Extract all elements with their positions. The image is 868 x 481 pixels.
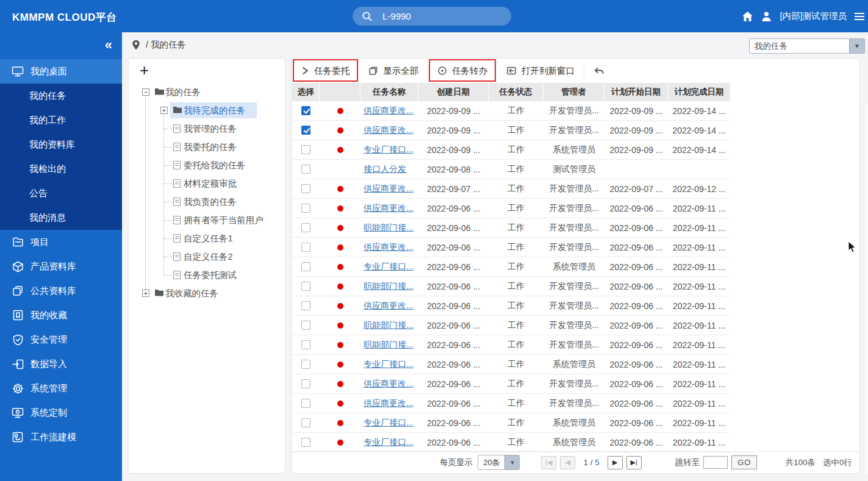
row-checkbox[interactable] [301,438,310,447]
jump-to-input[interactable] [703,456,728,469]
sidebar-item[interactable]: 数据导入 [0,352,122,376]
chevron-down-icon[interactable]: ▼ [849,39,864,53]
sidebar-item[interactable]: 安全管理 [0,327,122,352]
tree-node-label[interactable]: 我管理的任务 [184,119,237,138]
task-name-link[interactable]: 职能部门接... [364,320,414,331]
task-name-link[interactable]: 职能部门接... [364,281,414,292]
tree-node-label[interactable]: 我的任务 [165,83,201,101]
tree-node-label[interactable]: 我负责的任务 [184,193,237,211]
task-name-link[interactable]: 专业厂接口... [364,144,414,155]
open-new-window-button[interactable]: 打开到新窗口 [497,59,584,83]
go-button[interactable]: GO [731,455,757,469]
tree-node-label[interactable]: 材料定额审批 [184,174,237,193]
tree-node[interactable]: +我待完成的任务 [129,101,285,119]
column-header[interactable]: 选择 [292,83,320,101]
row-checkbox[interactable] [301,340,310,349]
column-header[interactable]: 计划完成日期 [668,83,730,101]
task-delegate-button[interactable]: 任务委托 [292,59,359,83]
sidebar-item[interactable]: 我的任务 [0,84,122,108]
user-icon[interactable] [761,11,772,22]
task-name-link[interactable]: 专业厂接口... [364,359,414,370]
task-transfer-button[interactable]: 任务转办 [428,59,497,83]
menu-icon[interactable] [855,13,864,20]
prev-page-button[interactable]: ◀ [560,456,575,469]
tree-node[interactable]: 自定义任务1 [129,229,285,248]
tree-node-label[interactable]: 委托给我的任务 [184,156,246,174]
row-checkbox[interactable] [301,165,310,174]
view-select[interactable]: 我的任务 ▼ [749,38,865,54]
first-page-button[interactable]: |◀ [541,456,556,469]
task-name-link[interactable]: 供应商更改... [364,301,414,312]
last-page-button[interactable]: ▶| [626,456,642,469]
tree-node-label[interactable]: 我委托的任务 [184,138,237,156]
tree-node[interactable]: 委托给我的任务 [129,156,285,174]
tree-node[interactable]: 拥有者等于当前用户 [129,211,285,229]
tree-node[interactable]: 任务委托测试 [129,266,285,284]
collapse-node-icon[interactable]: − [142,88,149,96]
task-name-link[interactable]: 职能部门接... [364,340,414,351]
sidebar-item[interactable]: 公共资料库 [0,279,122,303]
scrollbar-track[interactable] [864,104,868,474]
sidebar-item[interactable]: 我的消息 [0,205,122,230]
row-checkbox[interactable] [301,243,310,252]
current-user-label[interactable]: [内部]测试管理员 [780,10,847,22]
sidebar-item[interactable]: 我的资料库 [0,132,122,157]
tree-node[interactable]: 我管理的任务 [129,119,285,138]
task-name-link[interactable]: 接口人分发 [364,164,406,175]
row-checkbox[interactable] [301,106,310,115]
row-checkbox[interactable] [301,145,310,154]
expand-node-icon[interactable]: + [160,107,168,114]
add-node-button[interactable]: + [140,61,149,80]
tree-node[interactable]: +我收藏的任务 [129,284,285,302]
tree-node[interactable]: 材料定额审批 [129,174,285,193]
sidebar-item[interactable]: 公告 [0,181,122,205]
column-header[interactable]: 管理者 [543,83,604,101]
sidebar-collapse-icon[interactable]: « [105,37,112,53]
task-name-link[interactable]: 职能部门接... [364,223,414,233]
tree-node[interactable]: −我的任务 [129,83,285,101]
row-checkbox[interactable] [301,184,310,193]
global-search[interactable]: L-9990 [353,7,511,26]
row-checkbox[interactable] [301,321,310,330]
task-name-link[interactable]: 供应商更改... [364,125,414,136]
row-checkbox[interactable] [301,126,310,135]
expand-node-icon[interactable]: + [142,290,149,297]
sidebar-item[interactable]: 我的桌面 [0,59,122,84]
tree-node[interactable]: 我委托的任务 [129,138,285,156]
column-header[interactable]: 创建日期 [418,83,489,101]
tree-node-label[interactable]: 我待完成的任务 [184,101,246,119]
show-all-button[interactable]: 显示全部 [359,59,428,83]
task-name-link[interactable]: 供应商更改... [364,398,414,409]
task-name-link[interactable]: 专业厂接口... [364,437,414,448]
row-checkbox[interactable] [301,282,310,291]
chevron-down-icon[interactable]: ▼ [504,455,519,469]
row-checkbox[interactable] [301,379,310,388]
tree-node-label[interactable]: 任务委托测试 [184,266,237,284]
column-header[interactable] [320,83,360,101]
column-header[interactable]: 计划开始日期 [604,83,668,101]
tree-node-label[interactable]: 自定义任务2 [184,248,233,266]
tree-node[interactable]: 自定义任务2 [129,248,285,266]
task-name-link[interactable]: 供应商更改... [364,105,414,116]
column-header[interactable]: 任务名称 [360,83,418,101]
row-checkbox[interactable] [301,204,310,213]
task-name-link[interactable]: 供应商更改... [364,242,414,253]
per-page-select[interactable]: 20条 ▼ [478,455,520,470]
row-checkbox[interactable] [301,399,310,408]
tree-node-label[interactable]: 自定义任务1 [184,229,233,248]
row-checkbox[interactable] [301,262,310,271]
column-header[interactable]: 任务状态 [489,83,543,101]
row-checkbox[interactable] [301,360,310,369]
search-input-value[interactable]: L-9990 [382,11,411,21]
task-name-link[interactable]: 供应商更改... [364,183,414,194]
sidebar-item[interactable]: 我的收藏 [0,303,122,327]
sidebar-item[interactable]: 我检出的 [0,157,122,181]
tree-node-label[interactable]: 拥有者等于当前用户 [184,211,264,229]
row-checkbox[interactable] [301,301,310,310]
next-page-button[interactable]: ▶ [608,456,623,469]
tree-node-label[interactable]: 我收藏的任务 [165,284,218,302]
task-name-link[interactable]: 供应商更改... [364,203,414,214]
tree-node[interactable]: 我负责的任务 [129,193,285,211]
sidebar-item[interactable]: 工作流建模 [0,425,122,449]
task-name-link[interactable]: 供应商更改... [364,379,414,390]
